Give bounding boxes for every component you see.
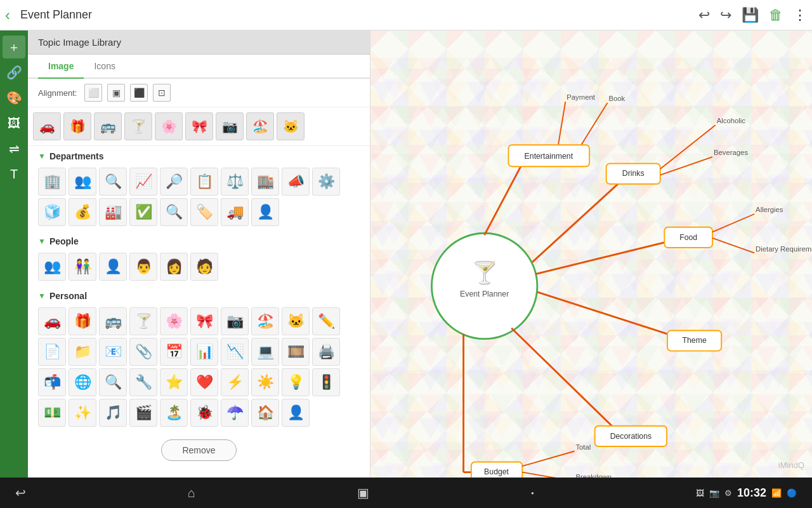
tab-icons[interactable]: Icons <box>84 55 125 79</box>
people-header[interactable]: ▼ People <box>33 231 365 250</box>
dept-icon-2[interactable]: 👥 <box>69 168 96 196</box>
thumb-4[interactable]: 🍸 <box>124 112 152 140</box>
thumb-8[interactable]: 🏖️ <box>246 112 274 140</box>
align-center-button[interactable]: ▣ <box>107 84 125 102</box>
personal-icon-22[interactable]: 🌐 <box>69 368 96 396</box>
dept-icon-4[interactable]: 📈 <box>129 168 157 196</box>
personal-icon-11[interactable]: 📄 <box>38 338 66 366</box>
dept-icon-17[interactable]: 🚚 <box>221 198 249 226</box>
thumb-2[interactable]: 🎁 <box>63 112 91 140</box>
thumb-6[interactable]: 🎀 <box>185 112 213 140</box>
dept-icon-8[interactable]: 🏬 <box>251 168 279 196</box>
recent-nav-button[interactable]: ▣ <box>357 485 369 500</box>
personal-icon-13[interactable]: 📧 <box>99 338 127 366</box>
personal-icon-24[interactable]: 🔧 <box>129 368 157 396</box>
dept-icon-12[interactable]: 💰 <box>69 198 96 226</box>
personal-icon-9[interactable]: 🐱 <box>282 307 310 335</box>
personal-icon-31[interactable]: 💵 <box>38 399 66 427</box>
dept-icon-5[interactable]: 🔎 <box>160 168 188 196</box>
back-button[interactable]: ‹ <box>5 6 10 24</box>
personal-icon-21[interactable]: 📬 <box>38 368 66 396</box>
personal-icon-15[interactable]: 📅 <box>160 338 188 366</box>
watermark: iMindQ <box>778 460 804 470</box>
personal-icon-25[interactable]: ⭐ <box>160 368 188 396</box>
delete-button[interactable]: 🗑 <box>769 7 783 23</box>
home-nav-button[interactable]: ⌂ <box>188 486 195 500</box>
people-icon-6[interactable]: 🧑 <box>190 253 218 281</box>
align-right-button[interactable]: ⬛ <box>130 84 148 102</box>
dept-icon-6[interactable]: 📋 <box>190 168 218 196</box>
thumb-1[interactable]: 🚗 <box>33 112 61 140</box>
personal-icon-17[interactable]: 📉 <box>221 338 249 366</box>
personal-icon-4[interactable]: 🍸 <box>129 307 157 335</box>
people-icon-4[interactable]: 👨 <box>129 253 157 281</box>
dept-icon-10[interactable]: ⚙️ <box>312 168 340 196</box>
personal-icon-14[interactable]: 📎 <box>129 338 157 366</box>
personal-header[interactable]: ▼ Personal <box>33 286 365 305</box>
text-button[interactable]: T <box>3 163 25 185</box>
connect-button[interactable]: ⇌ <box>3 137 25 160</box>
personal-icon-39[interactable]: 👤 <box>282 399 310 427</box>
personal-icon-12[interactable]: 📁 <box>69 338 96 366</box>
people-icon-1[interactable]: 👥 <box>38 253 66 281</box>
personal-icon-28[interactable]: ☀️ <box>251 368 279 396</box>
personal-icon-35[interactable]: 🏝️ <box>160 399 188 427</box>
personal-icon-8[interactable]: 🏖️ <box>251 307 279 335</box>
dept-icon-9[interactable]: 📣 <box>282 168 310 196</box>
personal-icon-16[interactable]: 📊 <box>190 338 218 366</box>
dept-icon-3[interactable]: 🔍 <box>99 168 127 196</box>
canvas-area[interactable]: 🍸 Event Planner Payment Book Entertainme… <box>370 30 812 508</box>
personal-icon-19[interactable]: 🎞️ <box>282 338 310 366</box>
personal-icon-36[interactable]: 🐞 <box>190 399 218 427</box>
tab-image[interactable]: Image <box>38 55 84 79</box>
dept-icon-11[interactable]: 🧊 <box>38 198 66 226</box>
remove-button[interactable]: Remove <box>161 439 236 461</box>
personal-icon-6[interactable]: 🎀 <box>190 307 218 335</box>
personal-icon-3[interactable]: 🚌 <box>99 307 127 335</box>
dept-icon-18[interactable]: 👤 <box>251 198 279 226</box>
thumb-9[interactable]: 🐱 <box>277 112 304 140</box>
personal-icon-20[interactable]: 🖨️ <box>312 338 340 366</box>
dept-icon-1[interactable]: 🏢 <box>38 168 66 196</box>
personal-icon-7[interactable]: 📷 <box>221 307 249 335</box>
personal-icon-27[interactable]: ⚡ <box>221 368 249 396</box>
dept-icon-7[interactable]: ⚖️ <box>221 168 249 196</box>
personal-icon-18[interactable]: 💻 <box>251 338 279 366</box>
personal-icon-38[interactable]: 🏠 <box>251 399 279 427</box>
people-icon-3[interactable]: 👤 <box>99 253 127 281</box>
back-nav-button[interactable]: ↩ <box>15 485 26 500</box>
personal-icon-34[interactable]: 🎬 <box>129 399 157 427</box>
add-button[interactable]: ＋ <box>3 36 25 58</box>
thumbnail-scroll[interactable]: 🚗 🎁 🚌 🍸 🌸 🎀 📷 🏖️ 🐱 <box>28 107 370 146</box>
personal-icon-32[interactable]: ✨ <box>69 399 96 427</box>
image-button[interactable]: 🖼 <box>3 112 25 135</box>
personal-icon-1[interactable]: 🚗 <box>38 307 66 335</box>
personal-icon-33[interactable]: 🎵 <box>99 399 127 427</box>
personal-icon-23[interactable]: 🔍 <box>99 368 127 396</box>
personal-icon-10[interactable]: ✏️ <box>312 307 340 335</box>
personal-icon-5[interactable]: 🌸 <box>160 307 188 335</box>
thumb-5[interactable]: 🌸 <box>155 112 183 140</box>
more-button[interactable]: ⋮ <box>793 7 807 23</box>
dept-icon-15[interactable]: 🔍 <box>160 198 188 226</box>
link-button[interactable]: 🔗 <box>3 61 25 84</box>
personal-icon-37[interactable]: ☂️ <box>221 399 249 427</box>
dept-icon-14[interactable]: ✅ <box>129 198 157 226</box>
dept-icon-16[interactable]: 🏷️ <box>190 198 218 226</box>
personal-icon-30[interactable]: 🚦 <box>312 368 340 396</box>
redo-button[interactable]: ↪ <box>720 7 731 23</box>
thumb-3[interactable]: 🚌 <box>94 112 122 140</box>
align-justify-button[interactable]: ⊡ <box>153 84 171 102</box>
departments-header[interactable]: ▼ Departments <box>33 146 365 165</box>
personal-icon-2[interactable]: 🎁 <box>69 307 96 335</box>
undo-button[interactable]: ↩ <box>698 7 710 23</box>
people-icon-2[interactable]: 👫 <box>69 253 96 281</box>
thumb-7[interactable]: 📷 <box>216 112 244 140</box>
personal-icon-26[interactable]: ❤️ <box>190 368 218 396</box>
save-button[interactable]: 💾 <box>742 7 759 23</box>
align-left-button[interactable]: ⬜ <box>84 84 102 102</box>
dept-icon-13[interactable]: 🏭 <box>99 198 127 226</box>
personal-icon-29[interactable]: 💡 <box>282 368 310 396</box>
people-icon-5[interactable]: 👩 <box>160 253 188 281</box>
style-button[interactable]: 🎨 <box>3 86 25 109</box>
